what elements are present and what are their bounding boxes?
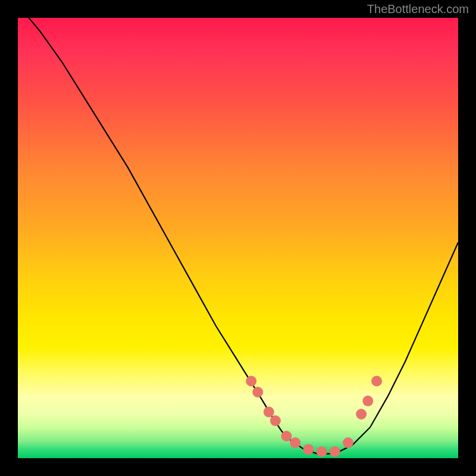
bottleneck-curve (18, 18, 458, 454)
data-point (290, 437, 300, 448)
data-dots-group (246, 376, 382, 457)
data-point (270, 415, 281, 426)
data-point (264, 406, 274, 417)
data-point (356, 409, 367, 419)
chart-plot-area (18, 18, 458, 458)
data-point (303, 444, 314, 455)
data-point (371, 376, 382, 387)
chart-svg (18, 18, 458, 458)
data-point (252, 387, 263, 397)
data-point (246, 376, 256, 387)
data-point (362, 396, 373, 406)
data-point (281, 431, 292, 441)
data-point (343, 437, 353, 448)
data-point (330, 446, 340, 457)
watermark-text: TheBottleneck.com (367, 2, 469, 16)
data-point (317, 446, 327, 457)
